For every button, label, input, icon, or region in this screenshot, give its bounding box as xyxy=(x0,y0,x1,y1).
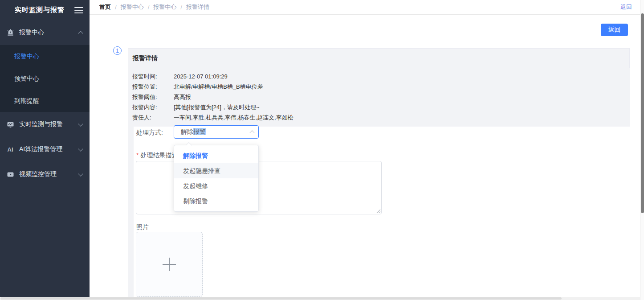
chevron-down-icon xyxy=(78,121,83,126)
select-value: 解除报警 xyxy=(181,128,250,136)
breadcrumb-separator: / xyxy=(115,4,117,11)
vertical-scrollbar-thumb[interactable] xyxy=(641,13,644,213)
detail-value: 高高报 xyxy=(174,94,191,100)
chevron-down-icon xyxy=(78,146,83,151)
breadcrumb-alarm-center-2[interactable]: 报警中心 xyxy=(153,3,176,11)
detail-row-responsible: 责任人:一车间,李胜,杜兵兵,李伟,杨春生,赵连文,李如松 xyxy=(132,112,630,123)
sidebar-item-realtime-monitoring[interactable]: 实时监测与报警 xyxy=(0,112,90,137)
detail-value: 北电解/电解槽/电槽B槽_B槽电位差 xyxy=(174,83,263,90)
alarm-center-submenu: 报警中心 预警中心 到期提醒 xyxy=(0,45,90,112)
alarm-detail-table: 报警时间:2025-12-07 01:09:29 报警位置:北电解/电解槽/电槽… xyxy=(128,68,630,127)
sidebar: 实时监测与报警 报警中心 报警中心 预警中心 到期提醒 实时监测与报警 AI A… xyxy=(0,0,90,300)
detail-value: 一车间,李胜,杜兵兵,李伟,杨春生,赵连文,李如松 xyxy=(174,114,293,121)
toolbar: 返回 xyxy=(90,15,640,43)
chevron-down-icon xyxy=(78,171,83,176)
app-title: 实时监测与报警 xyxy=(15,6,74,14)
detail-label: 责任人: xyxy=(132,112,174,123)
handle-method-dropdown: 解除报警 发起隐患排查 发起维修 剔除报警 xyxy=(174,145,259,212)
sidebar-item-label: 报警中心 xyxy=(19,29,79,37)
sidebar-item-label: 视频监控管理 xyxy=(19,170,79,178)
sidebar-item-alarm-center[interactable]: 报警中心 xyxy=(0,20,90,45)
detail-label: 报警阈值: xyxy=(132,92,174,102)
photo-upload-box[interactable] xyxy=(136,232,203,297)
required-asterisk: * xyxy=(136,152,139,159)
detail-label: 报警位置: xyxy=(132,82,174,92)
breadcrumb-alarm-detail: 报警详情 xyxy=(186,3,209,11)
breadcrumb-separator: / xyxy=(180,4,182,11)
sidebar-subitem-alarm-center[interactable]: 报警中心 xyxy=(0,45,90,67)
detail-row-location: 报警位置:北电解/电解槽/电槽B槽_B槽电位差 xyxy=(132,82,630,92)
plus-icon xyxy=(163,258,176,271)
handle-method-select[interactable]: 解除报警 xyxy=(174,125,259,139)
breadcrumb-home[interactable]: 首页 xyxy=(99,3,111,11)
breadcrumb: 首页 / 报警中心 / 报警中心 / 报警详情 返回 xyxy=(90,0,640,15)
horizontal-scrollbar-thumb[interactable] xyxy=(0,297,562,300)
photo-label: 照片 xyxy=(136,223,149,231)
vertical-scrollbar[interactable] xyxy=(640,0,644,300)
alarm-detail-panel: 报警详情 报警时间:2025-12-07 01:09:29 报警位置:北电解/电… xyxy=(128,48,630,127)
dropdown-option-release-alarm[interactable]: 解除报警 xyxy=(174,148,258,163)
back-link[interactable]: 返回 xyxy=(620,3,632,11)
monitor-icon xyxy=(6,120,14,128)
result-description-label: *处理结果描述 xyxy=(136,152,178,160)
sidebar-item-ai-alarm-management[interactable]: AI AI算法报警管理 xyxy=(0,137,90,162)
panel-title: 报警详情 xyxy=(128,48,630,68)
dropdown-option-repair[interactable]: 发起维修 xyxy=(174,178,258,193)
sidebar-subitem-warning-center[interactable]: 预警中心 xyxy=(0,67,90,90)
chevron-up-icon xyxy=(249,130,254,135)
ai-icon: AI xyxy=(6,145,14,153)
detail-row-threshold: 报警阈值:高高报 xyxy=(132,92,630,102)
breadcrumb-separator: / xyxy=(148,4,150,11)
sidebar-item-label: 实时监测与报警 xyxy=(19,120,79,128)
video-icon xyxy=(6,170,14,178)
detail-label: 报警时间: xyxy=(132,71,174,82)
detail-row-time: 报警时间:2025-12-07 01:09:29 xyxy=(132,71,630,82)
detail-value: 2025-12-07 01:09:29 xyxy=(174,73,228,80)
sidebar-header: 实时监测与报警 xyxy=(0,0,90,20)
detail-label: 报警内容: xyxy=(132,102,174,112)
detail-value: [其他]报警值为[24]，请及时处理~ xyxy=(174,104,260,111)
text-selection-highlight: 报警 xyxy=(193,128,206,135)
dropdown-option-hazard-check[interactable]: 发起隐患排查 xyxy=(174,163,258,178)
hamburger-menu-icon[interactable] xyxy=(74,7,83,13)
app-screen: 实时监测与报警 报警中心 报警中心 预警中心 到期提醒 实时监测与报警 AI A… xyxy=(0,0,644,300)
breadcrumb-alarm-center-1[interactable]: 报警中心 xyxy=(121,3,144,11)
sidebar-subitem-expiry-reminder[interactable]: 到期提醒 xyxy=(0,90,90,112)
dropdown-option-remove-alarm[interactable]: 剔除报警 xyxy=(174,193,258,209)
detail-row-content: 报警内容:[其他]报警值为[24]，请及时处理~ xyxy=(132,102,630,112)
handle-method-label: 处理方式: xyxy=(136,129,163,137)
panel-left-gutter xyxy=(128,119,134,297)
back-button[interactable]: 返回 xyxy=(601,24,628,36)
step-badge: 1 xyxy=(113,46,122,55)
chevron-up-icon xyxy=(78,31,83,36)
alarm-icon xyxy=(6,29,14,37)
result-description-textarea[interactable] xyxy=(136,161,382,214)
horizontal-scrollbar[interactable] xyxy=(0,297,640,300)
sidebar-item-video-monitoring[interactable]: 视频监控管理 xyxy=(0,162,90,187)
sidebar-item-label: AI算法报警管理 xyxy=(19,145,79,153)
